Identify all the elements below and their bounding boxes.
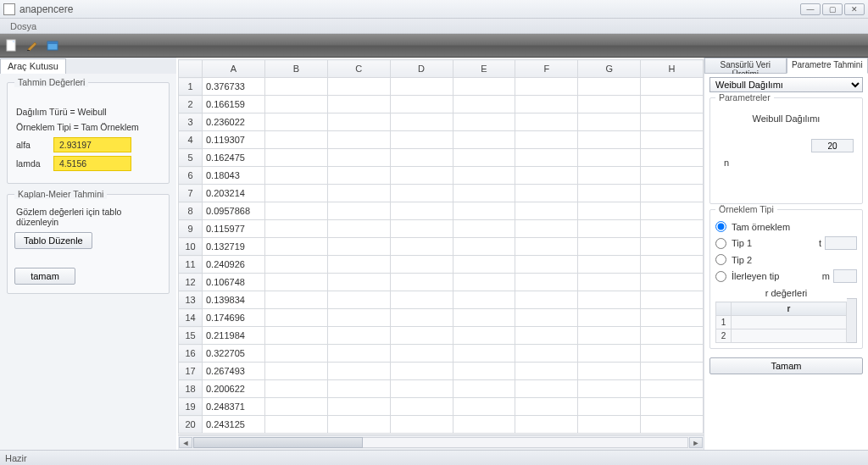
cell[interactable]: [453, 220, 515, 238]
cell[interactable]: [327, 291, 390, 309]
row-header[interactable]: 11: [179, 256, 203, 274]
cell[interactable]: [453, 256, 515, 274]
cell[interactable]: 0.115977: [203, 220, 265, 238]
cell[interactable]: [390, 149, 453, 167]
cell[interactable]: 0.243125: [203, 416, 265, 434]
cell[interactable]: [641, 238, 704, 256]
cell[interactable]: [641, 416, 704, 434]
row-header[interactable]: 17: [179, 363, 203, 380]
cell[interactable]: [264, 220, 327, 238]
cell[interactable]: [578, 220, 641, 238]
cell[interactable]: [641, 220, 704, 238]
cell[interactable]: [390, 220, 453, 238]
minimize-button[interactable]: —: [800, 3, 821, 15]
row-header[interactable]: 13: [179, 291, 203, 309]
r-table-scrollbar[interactable]: [847, 298, 857, 343]
cell[interactable]: [327, 416, 390, 434]
radio-tip1[interactable]: [715, 238, 726, 249]
row-header[interactable]: 14: [179, 309, 203, 327]
cell[interactable]: [390, 256, 453, 274]
cell[interactable]: [264, 380, 327, 398]
col-header[interactable]: E: [453, 60, 515, 78]
cell[interactable]: [390, 291, 453, 309]
cell[interactable]: [264, 131, 327, 149]
cell[interactable]: 0.376733: [203, 78, 265, 96]
cell[interactable]: 0.132719: [203, 238, 265, 256]
n-input[interactable]: [811, 139, 854, 152]
cell[interactable]: [327, 167, 390, 185]
cell[interactable]: [327, 96, 390, 113]
cell[interactable]: [327, 238, 390, 256]
cell[interactable]: [390, 131, 453, 149]
cell[interactable]: 0.240926: [203, 256, 265, 274]
cell[interactable]: [453, 398, 515, 416]
row-header[interactable]: 19: [179, 398, 203, 416]
cell[interactable]: [515, 202, 578, 220]
cell[interactable]: [327, 185, 390, 202]
cell[interactable]: [453, 78, 515, 96]
close-button[interactable]: ✕: [844, 3, 865, 15]
cell[interactable]: [641, 149, 704, 167]
cell[interactable]: [264, 345, 327, 363]
cell[interactable]: [453, 167, 515, 185]
cell[interactable]: [327, 363, 390, 380]
cell[interactable]: [515, 113, 578, 131]
cell[interactable]: [264, 167, 327, 185]
edit-icon[interactable]: [25, 39, 39, 53]
cell[interactable]: [264, 113, 327, 131]
cell[interactable]: [515, 291, 578, 309]
cell[interactable]: [390, 167, 453, 185]
km-ok-button[interactable]: tamam: [14, 268, 75, 285]
cell[interactable]: [515, 363, 578, 380]
cell[interactable]: [515, 309, 578, 327]
col-header[interactable]: B: [264, 60, 327, 78]
horizontal-scrollbar[interactable]: ◄ ►: [178, 435, 704, 450]
cell[interactable]: [641, 363, 704, 380]
cell[interactable]: [515, 238, 578, 256]
cell[interactable]: [264, 327, 327, 345]
row-header[interactable]: 7: [179, 185, 203, 202]
cell[interactable]: [641, 398, 704, 416]
cell[interactable]: [578, 416, 641, 434]
cell[interactable]: [390, 363, 453, 380]
row-header[interactable]: 15: [179, 327, 203, 345]
cell[interactable]: [390, 202, 453, 220]
cell[interactable]: [578, 363, 641, 380]
open-icon[interactable]: [46, 39, 59, 53]
tab-parameter-estimate[interactable]: Parametre Tahmini: [787, 58, 869, 74]
col-header[interactable]: H: [641, 60, 704, 78]
cell[interactable]: [515, 167, 578, 185]
cell[interactable]: [327, 380, 390, 398]
cell[interactable]: 0.0957868: [203, 202, 265, 220]
cell[interactable]: [578, 202, 641, 220]
cell[interactable]: [515, 274, 578, 291]
radio-progressive[interactable]: [715, 271, 726, 282]
row-header[interactable]: 10: [179, 238, 203, 256]
row-header[interactable]: 6: [179, 167, 203, 185]
cell[interactable]: 0.106748: [203, 274, 265, 291]
col-header[interactable]: C: [327, 60, 390, 78]
r-values-table[interactable]: r 1 2: [715, 302, 847, 343]
cell[interactable]: [327, 345, 390, 363]
cell[interactable]: [264, 291, 327, 309]
cell[interactable]: [453, 416, 515, 434]
cell[interactable]: [453, 149, 515, 167]
cell[interactable]: [578, 149, 641, 167]
cell[interactable]: [578, 274, 641, 291]
cell[interactable]: [515, 398, 578, 416]
cell[interactable]: [390, 309, 453, 327]
left-tab-toolbox[interactable]: Araç Kutusu: [0, 58, 66, 74]
cell[interactable]: [264, 363, 327, 380]
cell[interactable]: [641, 309, 704, 327]
cell[interactable]: [264, 256, 327, 274]
cell[interactable]: [453, 131, 515, 149]
cell[interactable]: [515, 327, 578, 345]
distribution-select[interactable]: Weibull Dağılımı: [709, 77, 863, 92]
cell[interactable]: [453, 96, 515, 113]
col-header[interactable]: F: [515, 60, 578, 78]
cell[interactable]: 0.248371: [203, 398, 265, 416]
cell[interactable]: 0.211984: [203, 327, 265, 345]
cell[interactable]: [264, 149, 327, 167]
cell[interactable]: 0.174696: [203, 309, 265, 327]
cell[interactable]: 0.322705: [203, 345, 265, 363]
